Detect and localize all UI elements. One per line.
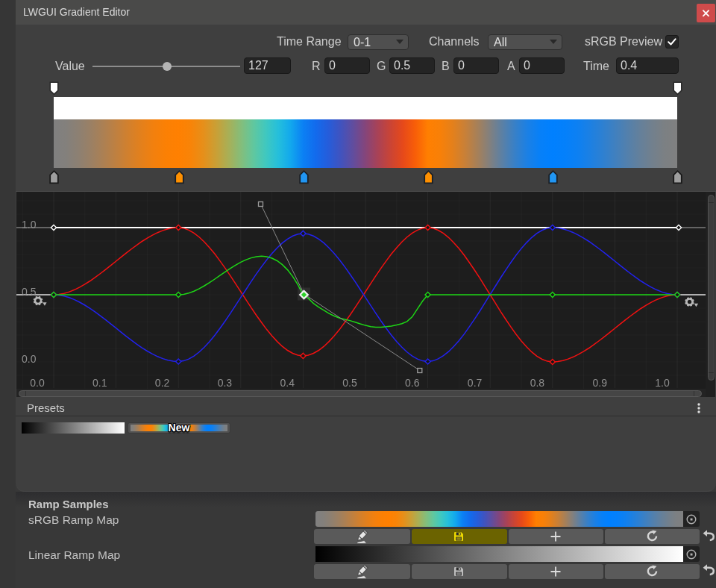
svg-text:0.4: 0.4: [280, 377, 295, 389]
svg-text:0.2: 0.2: [155, 377, 170, 389]
svg-text:0.1: 0.1: [92, 377, 107, 389]
svg-text:0.6: 0.6: [405, 377, 420, 389]
svg-text:0.7: 0.7: [468, 377, 483, 389]
svg-text:0.0: 0.0: [30, 377, 45, 389]
svg-text:1.0: 1.0: [655, 377, 670, 389]
svg-text:0.3: 0.3: [218, 377, 233, 389]
svg-text:0.5: 0.5: [342, 377, 357, 389]
svg-text:0.8: 0.8: [530, 377, 545, 389]
svg-text:0.9: 0.9: [592, 377, 607, 389]
